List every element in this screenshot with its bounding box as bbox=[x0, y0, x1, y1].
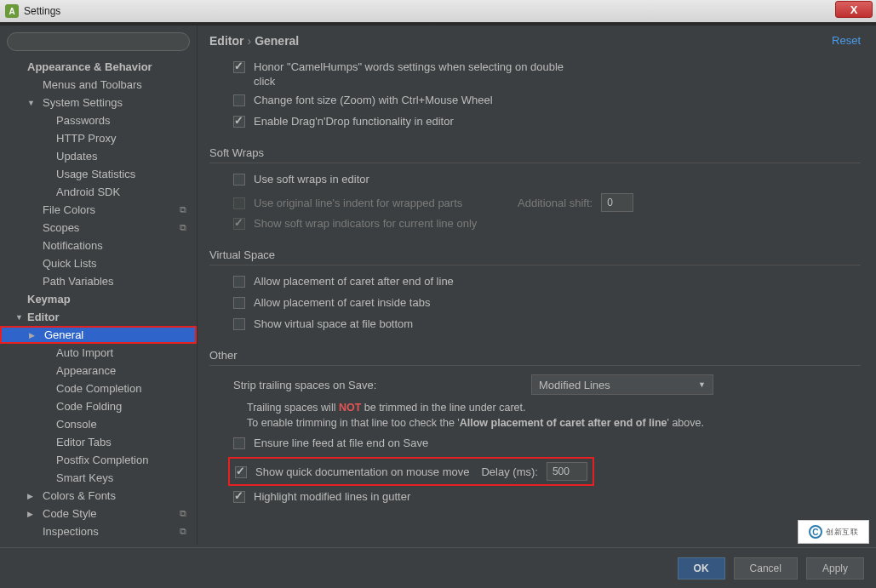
breadcrumb: Editor›General bbox=[209, 34, 861, 48]
chevron-down-icon: ▼ bbox=[698, 380, 706, 389]
label-dnd: Enable Drag'n'Drop functionality in edit… bbox=[254, 114, 454, 128]
tree-editor[interactable]: ▼Editor bbox=[0, 308, 197, 326]
tree-path-variables[interactable]: Path Variables bbox=[0, 272, 197, 290]
input-additional-shift[interactable] bbox=[601, 193, 633, 212]
content-panel: Editor›General Reset Honor "CamelHumps" … bbox=[198, 26, 876, 545]
tree-appearance[interactable]: Appearance bbox=[0, 362, 197, 380]
label-caret-eol: Allow placement of caret after end of li… bbox=[254, 274, 454, 288]
tree-menus-toolbars[interactable]: Menus and Toolbars bbox=[0, 76, 197, 94]
tree-notifications[interactable]: Notifications bbox=[0, 237, 197, 254]
checkbox-camelhumps[interactable] bbox=[233, 61, 245, 73]
project-icon: ⧉ bbox=[180, 222, 186, 233]
checkbox-softwraps[interactable] bbox=[233, 174, 245, 186]
project-icon: ⧉ bbox=[180, 204, 186, 215]
note-enable-trim: To enable trimming in that line too chec… bbox=[247, 415, 861, 431]
tree-updates[interactable]: Updates bbox=[0, 147, 197, 165]
tree-postfix-completion[interactable]: Postfix Completion bbox=[0, 451, 197, 469]
ok-button[interactable]: OK bbox=[678, 557, 725, 579]
label-addshift: Additional shift: bbox=[518, 196, 593, 210]
checkbox-caret-eol[interactable] bbox=[233, 276, 245, 288]
tree-android-sdk[interactable]: Android SDK bbox=[0, 183, 197, 201]
checkbox-highlight-gutter[interactable] bbox=[233, 491, 245, 503]
checkbox-zoom[interactable] bbox=[233, 94, 245, 106]
cancel-button[interactable]: Cancel bbox=[734, 557, 798, 579]
checkbox-caret-tabs[interactable] bbox=[233, 297, 245, 309]
label-caret-tabs: Allow placement of caret inside tabs bbox=[254, 295, 430, 310]
chevron-right-icon: ▶ bbox=[27, 492, 33, 500]
tree-inspections[interactable]: Inspections⧉ bbox=[0, 522, 197, 540]
label-zoom: Change font size (Zoom) with Ctrl+Mouse … bbox=[254, 93, 493, 107]
highlight-quickdoc: Show quick documentation on mouse move D… bbox=[228, 457, 594, 486]
label-indicators: Show soft wrap indicators for current li… bbox=[254, 216, 477, 231]
label-vspace-bottom: Show virtual space at file bottom bbox=[254, 317, 413, 331]
chevron-right-icon: ▶ bbox=[27, 510, 33, 518]
label-delay: Delay (ms): bbox=[481, 465, 537, 479]
input-delay[interactable] bbox=[547, 462, 587, 481]
checkbox-linefeed[interactable] bbox=[233, 437, 245, 449]
tree-smart-keys[interactable]: Smart Keys bbox=[0, 469, 197, 487]
close-button[interactable]: X bbox=[835, 1, 873, 18]
label-camelhumps: Honor "CamelHumps" words settings when s… bbox=[254, 60, 577, 88]
tree-system-settings[interactable]: ▼System Settings bbox=[0, 94, 197, 111]
section-virtual-space: Virtual Space bbox=[209, 248, 861, 261]
tree-code-style[interactable]: ▶Code Style⧉ bbox=[0, 505, 197, 522]
section-soft-wraps: Soft Wraps bbox=[209, 146, 861, 159]
tree-keymap[interactable]: Keymap bbox=[0, 290, 197, 308]
label-quickdoc: Show quick documentation on mouse move bbox=[255, 465, 469, 479]
tree-code-completion[interactable]: Code Completion bbox=[0, 380, 197, 397]
tree-auto-import[interactable]: Auto Import bbox=[0, 344, 197, 362]
footer: OK Cancel Apply bbox=[0, 547, 876, 588]
search-input[interactable] bbox=[7, 32, 190, 51]
chevron-right-icon: ▶ bbox=[29, 331, 35, 340]
tree-passwords[interactable]: Passwords bbox=[0, 111, 197, 129]
app-icon: A bbox=[5, 4, 19, 18]
label-softwraps: Use soft wraps in editor bbox=[254, 172, 369, 186]
checkbox-dnd[interactable] bbox=[233, 116, 245, 128]
tree-console[interactable]: Console bbox=[0, 415, 197, 433]
checkbox-quickdoc[interactable] bbox=[235, 466, 247, 478]
label-highlight-gutter: Highlight modified lines in gutter bbox=[254, 489, 410, 504]
tree-general[interactable]: ▶General bbox=[0, 326, 197, 344]
project-icon: ⧉ bbox=[180, 508, 186, 519]
label-strip: Strip trailing spaces on Save: bbox=[233, 378, 531, 392]
tree-http-proxy[interactable]: HTTP Proxy bbox=[0, 129, 197, 147]
checkbox-vspace-bottom[interactable] bbox=[233, 318, 245, 330]
project-icon: ⧉ bbox=[180, 526, 186, 537]
chevron-down-icon: ▼ bbox=[27, 99, 35, 107]
apply-button[interactable]: Apply bbox=[806, 557, 864, 579]
checkbox-indicators bbox=[233, 218, 245, 230]
section-other: Other bbox=[209, 349, 861, 362]
tree-file-colors[interactable]: File Colors⧉ bbox=[0, 201, 197, 219]
note-trailing: Trailing spaces will NOT be trimmed in t… bbox=[247, 400, 861, 415]
tree-code-folding[interactable]: Code Folding bbox=[0, 397, 197, 415]
window-title: Settings bbox=[24, 5, 60, 17]
watermark: C创新互联 bbox=[798, 520, 869, 544]
reset-link[interactable]: Reset bbox=[832, 34, 861, 47]
tree-appearance-behavior[interactable]: Appearance & Behavior bbox=[0, 58, 197, 76]
tree-colors-fonts[interactable]: ▶Colors & Fonts bbox=[0, 487, 197, 505]
tree-editor-tabs[interactable]: Editor Tabs bbox=[0, 433, 197, 451]
titlebar: A Settings X bbox=[0, 0, 876, 22]
select-strip-spaces[interactable]: Modified Lines▼ bbox=[531, 374, 713, 395]
label-linefeed: Ensure line feed at file end on Save bbox=[254, 436, 428, 450]
settings-tree: Appearance & Behavior Menus and Toolbars… bbox=[0, 56, 197, 545]
chevron-down-icon: ▼ bbox=[15, 313, 23, 322]
tree-usage-statistics[interactable]: Usage Statistics bbox=[0, 165, 197, 183]
checkbox-origindent bbox=[233, 197, 245, 209]
sidebar: Appearance & Behavior Menus and Toolbars… bbox=[0, 26, 198, 545]
tree-quick-lists[interactable]: Quick Lists bbox=[0, 254, 197, 272]
label-origindent: Use original line's indent for wrapped p… bbox=[254, 196, 492, 210]
tree-scopes[interactable]: Scopes⧉ bbox=[0, 219, 197, 237]
